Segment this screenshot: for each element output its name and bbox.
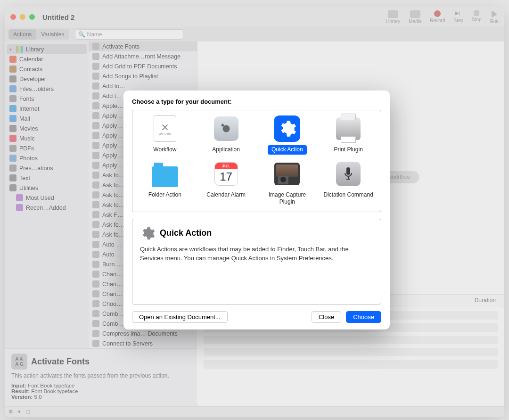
folder-icon [16, 194, 23, 201]
run-toolbar-button[interactable]: Run [490, 10, 499, 24]
chevron-down-icon[interactable]: ▾ [18, 409, 21, 415]
sidebar-item[interactable]: Movies [7, 124, 87, 133]
sidebar-item-label: Files…olders [19, 86, 54, 92]
dictation-icon [335, 160, 362, 188]
minimize-window-button[interactable] [20, 14, 25, 20]
action-icon [92, 261, 99, 268]
sidebar-library-row[interactable]: ▾ Library [7, 44, 87, 54]
media-toolbar-button[interactable]: Media [409, 10, 421, 24]
type-print-plugin[interactable]: Print Plugin [318, 115, 379, 155]
settings-icon[interactable]: ⚙︎ [8, 409, 13, 415]
folder-icon [16, 204, 23, 211]
action-row[interactable]: Compress ima… Documents [89, 329, 197, 338]
action-label: Add Songs to Playlist [102, 73, 158, 80]
action-icon [92, 330, 99, 337]
action-label: Apply… [102, 152, 123, 159]
action-row[interactable]: Activate Fonts [89, 41, 197, 51]
action-row[interactable]: Add Songs to Playlist [89, 71, 197, 81]
action-icon [92, 340, 99, 347]
type-dictation[interactable]: Dictation Command [318, 160, 379, 207]
choose-button[interactable]: Choose [346, 311, 381, 323]
sidebar-most-used[interactable]: Most Used [7, 193, 87, 203]
sidebar-item[interactable]: Music [7, 133, 87, 143]
desc-title: Quick Action [160, 228, 212, 238]
action-row[interactable]: Add Attachme…ront Message [89, 51, 197, 61]
close-window-button[interactable] [10, 14, 16, 20]
category-icon [9, 75, 16, 82]
search-input[interactable]: 🔍 Name [75, 29, 183, 40]
modal-footer: Open an Existing Document... Close Choos… [132, 311, 381, 323]
close-button[interactable]: Close [312, 311, 341, 323]
record-toolbar-button[interactable]: Record [430, 10, 445, 24]
action-icon [92, 102, 99, 109]
sidebar-item[interactable]: Calendar [7, 54, 87, 64]
sidebar-recently-added[interactable]: Recen…Added [7, 203, 87, 213]
type-workflow[interactable]: WFLOWWorkflow [134, 115, 196, 155]
category-icon [9, 155, 16, 162]
action-label: Apply… [102, 132, 123, 139]
search-placeholder: Name [87, 31, 102, 38]
action-label: Apply… [102, 123, 123, 129]
action-row[interactable]: Add Grid to PDF Documents [89, 61, 197, 71]
sidebar-item[interactable]: Fonts [7, 94, 87, 104]
media-icon [410, 10, 420, 18]
stop-toolbar-button[interactable]: Stop [472, 10, 482, 24]
sidebar-item[interactable]: Photos [7, 153, 87, 163]
action-icon [92, 152, 99, 159]
type-calendar-alarm[interactable]: JUL17Calendar Alarm [196, 160, 257, 207]
info-version-row: Version: 5.0 [11, 394, 190, 400]
category-icon [9, 105, 16, 112]
sidebar-item[interactable]: Text [7, 173, 87, 183]
sidebar-item[interactable]: Pres…ations [7, 163, 87, 173]
step-toolbar-button[interactable]: ▶|Step [453, 10, 463, 24]
action-icon [92, 122, 99, 129]
type-quick-action[interactable]: Quick Action [257, 115, 318, 155]
record-icon [434, 10, 441, 17]
sidebar-item[interactable]: Mail [7, 114, 87, 124]
action-icon [92, 63, 99, 70]
open-existing-button[interactable]: Open an Existing Document... [132, 311, 228, 323]
sidebar-item[interactable]: Internet [7, 104, 87, 114]
print-plugin-icon [335, 115, 362, 142]
action-icon [92, 162, 99, 169]
action-row[interactable]: Connect to Servers [89, 338, 197, 348]
category-icon [9, 184, 16, 191]
svg-point-0 [222, 125, 230, 132]
action-icon [92, 290, 99, 297]
category-icon [9, 115, 16, 122]
action-icon [92, 92, 99, 99]
image-capture-icon [273, 160, 301, 188]
type-folder-action[interactable]: Folder Action [134, 160, 196, 207]
log-row [204, 360, 498, 369]
sidebar-item[interactable]: Developer [7, 74, 87, 84]
panel-icon[interactable]: ▢ [25, 409, 30, 415]
action-label: Comb… [102, 311, 124, 317]
type-application[interactable]: Application [196, 115, 257, 155]
type-label: Calendar Alarm [203, 190, 249, 200]
action-label: Apply… [102, 142, 123, 149]
library-toolbar-button[interactable]: Library [386, 10, 400, 24]
action-label: Ask fo… [102, 231, 124, 238]
category-icon [9, 66, 16, 73]
type-image-capture[interactable]: Image Capture Plugin [257, 160, 318, 207]
tab-actions[interactable]: Actions [8, 29, 36, 40]
category-icon [9, 145, 16, 152]
zoom-window-button[interactable] [29, 14, 35, 20]
application-icon [213, 115, 240, 142]
sidebar-item[interactable]: Contacts [7, 64, 87, 74]
play-icon [492, 10, 497, 18]
action-icon [92, 82, 99, 90]
action-icon [92, 201, 99, 208]
action-label: Auto … [102, 251, 122, 258]
action-label: Add to… [102, 83, 125, 90]
tab-variables[interactable]: Variables [36, 29, 69, 40]
quick-action-icon [273, 115, 301, 142]
action-row[interactable]: Add to… [89, 81, 197, 91]
action-label: Add Attachme…ront Message [102, 53, 181, 60]
sidebar-item[interactable]: Files…olders [7, 84, 87, 94]
action-label: Chan… [102, 281, 122, 288]
action-icon [92, 241, 99, 248]
sidebar-item[interactable]: PDFs [7, 143, 87, 153]
sidebar-item[interactable]: Utilities [7, 183, 87, 193]
gear-icon [140, 226, 155, 241]
